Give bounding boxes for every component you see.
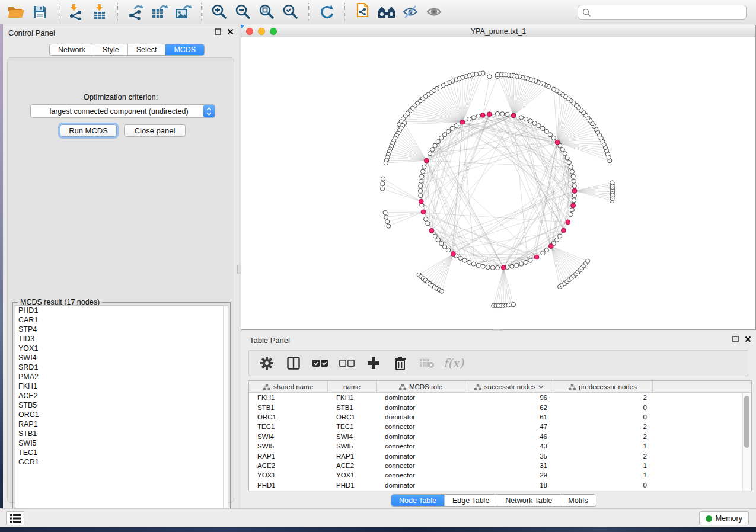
table-row[interactable]: RAP1RAP1dominator352 — [249, 451, 751, 460]
cell-name[interactable]: SWI4 — [328, 433, 377, 440]
delete-column-button[interactable] — [392, 355, 409, 371]
graph-node[interactable] — [467, 117, 471, 121]
task-history-button[interactable] — [6, 511, 24, 525]
tab-select[interactable]: Select — [127, 44, 165, 55]
graph-node[interactable] — [544, 129, 548, 133]
cell-successor-nodes[interactable]: 47 — [465, 423, 553, 430]
cell-shared-name[interactable]: SWI4 — [249, 433, 328, 440]
graph-leaf-node[interactable] — [387, 224, 391, 228]
graph-node[interactable] — [569, 165, 573, 169]
table-row[interactable]: YOX1YOX1connector291 — [249, 470, 751, 480]
cell-name[interactable]: STB1 — [328, 404, 377, 411]
graph-leaf-node[interactable] — [487, 75, 492, 79]
graph-node[interactable] — [555, 238, 559, 242]
graph-node[interactable] — [490, 265, 495, 270]
graph-node[interactable] — [433, 234, 437, 238]
search-field[interactable] — [578, 5, 747, 20]
mcds-list-scrollbar[interactable] — [223, 305, 228, 517]
mcds-result-item[interactable]: SWI5 — [15, 438, 224, 448]
cell-successor-nodes[interactable]: 18 — [465, 482, 553, 489]
close-panel-icon[interactable] — [745, 336, 751, 342]
cell-predecessor-nodes[interactable]: 2 — [553, 453, 653, 460]
search-input[interactable] — [591, 7, 746, 18]
cell-name[interactable]: ORC1 — [328, 414, 377, 421]
column-header-predecessor-nodes[interactable]: predecessor nodes — [553, 381, 653, 393]
import-network-button[interactable] — [66, 2, 86, 22]
export-network-button[interactable] — [126, 2, 146, 22]
graph-node[interactable] — [486, 265, 490, 269]
graph-hub-node[interactable] — [451, 252, 456, 257]
graph-hub-node[interactable] — [571, 203, 576, 208]
cell-MCDS-role[interactable]: connector — [377, 423, 465, 430]
graph-node[interactable] — [524, 117, 528, 121]
graph-node[interactable] — [519, 116, 524, 120]
cell-predecessor-nodes[interactable]: 0 — [553, 482, 653, 489]
graph-node[interactable] — [446, 248, 451, 252]
mcds-result-item[interactable]: STB5 — [15, 400, 224, 410]
show-columns-button[interactable] — [285, 355, 302, 371]
column-header-MCDS-role[interactable]: MCDS role — [377, 381, 465, 393]
column-header-successor-nodes[interactable]: successor nodes — [465, 381, 553, 393]
table-row[interactable]: TEC1TEC1connector472 — [249, 422, 751, 431]
mcds-result-item[interactable]: RAP1 — [15, 419, 224, 429]
mcds-result-item[interactable]: PMA2 — [15, 372, 224, 382]
graph-node[interactable] — [551, 136, 556, 140]
table-row[interactable]: SWI5SWI5connector431 — [249, 441, 751, 451]
cell-name[interactable]: FKH1 — [328, 394, 377, 401]
cell-MCDS-role[interactable]: dominator — [377, 482, 465, 489]
graph-leaf-node[interactable] — [384, 161, 388, 165]
mcds-result-item[interactable]: SWI4 — [15, 353, 224, 363]
graph-node[interactable] — [572, 194, 576, 198]
graph-node[interactable] — [442, 133, 446, 137]
tab-motifs[interactable]: Motifs — [560, 495, 595, 506]
graph-node[interactable] — [510, 264, 514, 268]
graph-node[interactable] — [515, 263, 519, 267]
table-scrollbar-thumb[interactable] — [744, 396, 749, 448]
graph-node[interactable] — [419, 179, 423, 183]
cell-name[interactable]: RAP1 — [328, 453, 377, 460]
graph-leaf-node[interactable] — [511, 303, 515, 307]
network-canvas[interactable] — [241, 37, 755, 329]
criterion-select[interactable]: largest connected component (undirected) — [30, 104, 215, 118]
cell-name[interactable]: TEC1 — [328, 423, 377, 430]
graph-hub-node[interactable] — [572, 188, 577, 193]
tab-network-table[interactable]: Network Table — [497, 495, 560, 506]
mcds-result-item[interactable]: CAR1 — [15, 315, 224, 325]
graph-node[interactable] — [430, 148, 435, 152]
cell-successor-nodes[interactable]: 62 — [465, 404, 553, 411]
cell-shared-name[interactable]: FKH1 — [249, 394, 328, 401]
graph-node[interactable] — [570, 208, 574, 212]
graph-node[interactable] — [436, 140, 440, 144]
graph-node[interactable] — [419, 194, 423, 198]
zoom-out-button[interactable] — [233, 2, 253, 22]
cell-shared-name[interactable]: ACE2 — [249, 462, 328, 469]
graph-node[interactable] — [572, 198, 576, 203]
cell-successor-nodes[interactable]: 31 — [465, 462, 553, 469]
graph-node[interactable] — [565, 156, 569, 160]
graph-node[interactable] — [476, 263, 480, 267]
mcds-result-item[interactable]: ORC1 — [15, 410, 224, 419]
float-panel-icon[interactable] — [215, 28, 221, 35]
network-graph[interactable] — [241, 37, 755, 329]
graph-node[interactable] — [495, 265, 499, 270]
graph-node[interactable] — [563, 152, 567, 156]
graph-node[interactable] — [572, 179, 576, 183]
mcds-result-item[interactable]: GCR1 — [15, 457, 224, 467]
graph-leaf-node[interactable] — [610, 181, 614, 185]
mcds-result-item[interactable]: STP4 — [15, 325, 224, 334]
graph-node[interactable] — [500, 112, 505, 116]
tab-node-table[interactable]: Node Table — [391, 495, 444, 506]
graph-hub-node[interactable] — [421, 210, 426, 214]
graph-hub-node[interactable] — [562, 228, 566, 233]
cell-shared-name[interactable]: PHD1 — [249, 482, 328, 489]
graph-node[interactable] — [476, 114, 480, 118]
graph-node[interactable] — [541, 126, 545, 130]
graph-leaf-node[interactable] — [381, 177, 385, 181]
zoom-in-button[interactable] — [209, 2, 229, 22]
graph-node[interactable] — [524, 260, 528, 264]
graph-leaf-node[interactable] — [380, 187, 384, 191]
graph-node[interactable] — [532, 121, 537, 125]
graph-node[interactable] — [419, 184, 423, 188]
cell-name[interactable]: PHD1 — [328, 482, 377, 489]
export-table-button[interactable] — [149, 2, 170, 22]
